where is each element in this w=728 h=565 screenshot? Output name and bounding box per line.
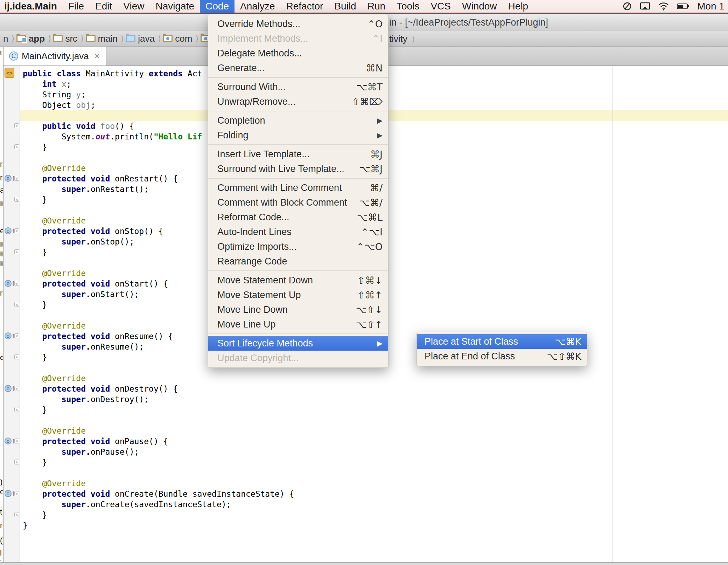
- fold-end-icon[interactable]: ∧: [14, 144, 19, 149]
- breadcrumb-item-java[interactable]: java⟩: [126, 33, 163, 44]
- menu-bar-item-edit[interactable]: Edit: [90, 0, 118, 13]
- source-folder-icon: [126, 35, 135, 42]
- fold-collapse-icon[interactable]: ∨: [14, 228, 19, 233]
- menu-bar-item-help[interactable]: Help: [503, 0, 534, 13]
- menu-item-surround-with[interactable]: Surround With...⌥⌘T: [208, 80, 388, 94]
- menu-item-move-statement-down[interactable]: Move Statement Down⇧⌘↓: [208, 273, 388, 288]
- menu-item-move-line-up[interactable]: Move Line Up⌥⇧↑: [208, 317, 388, 332]
- display-mirroring-icon[interactable]: [640, 2, 650, 11]
- fold-end-icon[interactable]: ∧: [14, 460, 19, 464]
- fold-collapse-icon[interactable]: ∨: [14, 439, 19, 443]
- menu-item-label: Auto-Indent Lines: [217, 227, 361, 237]
- menu-bar-clock[interactable]: Mon 1: [697, 1, 728, 12]
- menu-item-shortcut: ⇧⌘↓: [357, 275, 383, 286]
- java-class-marker-icon[interactable]: <>: [5, 68, 14, 78]
- breadcrumb-chevron-icon: ⟩: [48, 34, 51, 43]
- menu-separator: [208, 178, 388, 179]
- window-title: in - [~/IdeaProjects/TestAppForPlugin]: [389, 17, 548, 28]
- menu-bar-item-window[interactable]: Window: [456, 0, 503, 13]
- tab-close-icon[interactable]: ×: [94, 51, 100, 62]
- project-panel-text-fragment: (: [0, 536, 2, 545]
- menu-bar-item-navigate[interactable]: Navigate: [150, 0, 200, 13]
- breadcrumb-item-app[interactable]: app⟩: [16, 33, 53, 44]
- menu-item-comment-with-line-comment[interactable]: Comment with Line Comment⌘/: [208, 180, 388, 195]
- menu-item-shortcut: ⌘/: [370, 182, 383, 193]
- breadcrumb-item-main[interactable]: main⟩: [86, 33, 126, 44]
- menu-item-shortcut: ⌃⌥O: [356, 241, 383, 252]
- fold-collapse-icon[interactable]: ∨: [14, 176, 19, 181]
- do-not-disturb-icon[interactable]: [622, 1, 632, 11]
- menu-bar-item-vcs[interactable]: VCS: [425, 0, 456, 13]
- menu-item-label: Comment with Line Comment: [217, 182, 370, 193]
- indent-guide: [63, 394, 63, 405]
- menu-app-name[interactable]: ij.idea.Main: [1, 1, 60, 12]
- fold-end-icon[interactable]: ∧: [14, 512, 19, 517]
- menu-item-comment-with-block-comment[interactable]: Comment with Block Comment⌥⌘/: [208, 195, 388, 210]
- menu-item-surround-with-live-template[interactable]: Surround with Live Template...⌥⌘J: [208, 161, 388, 176]
- code-line: }: [23, 405, 294, 415]
- menu-bar-items: FileEditViewNavigateCodeAnalyzeRefactorB…: [63, 0, 534, 13]
- menu-item-folding[interactable]: Folding▶: [208, 128, 388, 143]
- fold-end-icon[interactable]: ∧: [14, 197, 19, 202]
- project-panel-fragment-icon: [0, 261, 3, 266]
- submenu-item-place-at-end-of-class[interactable]: Place at End of Class⌥⇧⌘K: [417, 349, 587, 364]
- project-panel-sliver[interactable]: ur(naere)otr(li: [0, 47, 4, 562]
- macos-menu-bar: ij.idea.Main FileEditViewNavigateCodeAna…: [0, 0, 728, 13]
- fold-collapse-icon[interactable]: ∨: [14, 123, 19, 128]
- tab-title: MainActivity.java: [22, 51, 89, 62]
- fold-end-icon[interactable]: ∧: [14, 407, 19, 412]
- breadcrumb-item-src[interactable]: src⟩: [53, 33, 85, 44]
- breadcrumb-items: n⟩app⟩src⟩main⟩java⟩com⟩⟩: [1, 33, 221, 44]
- menu-item-sort-lifecycle-methods[interactable]: Sort Lifecycle Methods▶: [208, 336, 388, 351]
- fold-collapse-icon[interactable]: ∨: [14, 281, 19, 286]
- menu-item-shortcut: ⌥⌘L: [357, 212, 383, 223]
- menu-item-move-statement-up[interactable]: Move Statement Up⇧⌘↑: [208, 288, 388, 302]
- tab-mainactivity[interactable]: C MainActivity.java ×: [4, 47, 106, 66]
- breadcrumb-trailing-fragment[interactable]: tivity ⟩: [389, 34, 417, 44]
- menu-item-label: Surround With...: [217, 82, 356, 92]
- menu-bar-item-tools[interactable]: Tools: [391, 0, 425, 13]
- menu-item-delegate-methods[interactable]: Delegate Methods...: [208, 46, 388, 61]
- fold-end-icon[interactable]: ∧: [14, 354, 19, 359]
- menu-bar-item-build[interactable]: Build: [329, 0, 362, 13]
- menu-item-reformat-code[interactable]: Reformat Code...⌥⌘L: [208, 210, 388, 225]
- menu-item-unwrap-remove[interactable]: Unwrap/Remove...⇧⌘⌦: [208, 94, 388, 109]
- menu-bar-item-code[interactable]: Code: [200, 0, 234, 13]
- submenu-item-label: Place at Start of Class: [425, 336, 555, 347]
- project-panel-fragment-icon: [0, 242, 3, 247]
- wifi-icon[interactable]: [658, 2, 669, 11]
- menu-item-shortcut: ⌘N: [366, 63, 383, 74]
- menu-item-shortcut: ⌥⌘J: [359, 164, 383, 174]
- menu-item-move-line-down[interactable]: Move Line Down⌥⇧↓: [208, 302, 388, 317]
- menu-bar-item-view[interactable]: View: [118, 0, 150, 13]
- menu-item-shortcut: ⌃I: [372, 33, 383, 44]
- menu-item-label: Optimize Imports...: [217, 241, 356, 252]
- submenu-item-place-at-start-of-class[interactable]: Place at Start of Class⌥⌘K: [417, 334, 587, 349]
- indent-guide: [63, 447, 63, 457]
- right-margin-guide: [612, 66, 613, 562]
- breadcrumb-item-com[interactable]: com⟩: [163, 33, 201, 44]
- menu-item-label: Move Line Down: [217, 304, 356, 315]
- menu-bar-item-refactor[interactable]: Refactor: [281, 0, 329, 13]
- menu-item-label: Generate...: [217, 63, 366, 74]
- menu-item-optimize-imports[interactable]: Optimize Imports...⌃⌥O: [208, 239, 388, 254]
- fold-collapse-icon[interactable]: ∨: [14, 333, 19, 338]
- code-line: }: [23, 520, 294, 531]
- menu-item-generate[interactable]: Generate...⌘N: [208, 61, 388, 75]
- fold-collapse-icon[interactable]: ∨: [14, 386, 19, 391]
- menu-item-override-methods[interactable]: Override Methods...⌃O: [208, 16, 388, 31]
- menu-bar-item-run[interactable]: Run: [362, 0, 391, 13]
- menu-bar-item-analyze[interactable]: Analyze: [234, 0, 281, 13]
- breadcrumb-chevron-icon: ⟩: [80, 34, 84, 43]
- menu-item-rearrange-code[interactable]: Rearrange Code: [208, 254, 388, 269]
- menu-item-auto-indent-lines[interactable]: Auto-Indent Lines⌃⌥I: [208, 225, 388, 239]
- battery-icon[interactable]: [677, 2, 690, 10]
- fold-end-icon[interactable]: ∧: [14, 302, 19, 307]
- menu-item-label: Delegate Methods...: [217, 48, 383, 59]
- menu-bar-item-file[interactable]: File: [63, 0, 90, 13]
- menu-item-insert-live-template[interactable]: Insert Live Template...⌘J: [208, 147, 388, 161]
- breadcrumb-item-n[interactable]: n⟩: [1, 33, 16, 44]
- fold-end-icon[interactable]: ∧: [14, 249, 19, 254]
- menu-item-completion[interactable]: Completion▶: [208, 113, 388, 128]
- fold-collapse-icon[interactable]: ∨: [14, 491, 19, 496]
